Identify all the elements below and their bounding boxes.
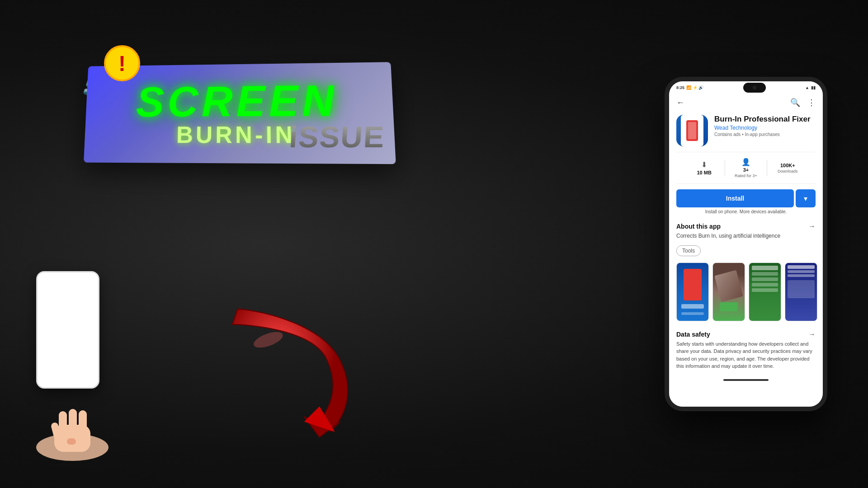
install-dropdown-button[interactable]: ▾: [796, 189, 816, 207]
camera-notch: [743, 83, 766, 93]
more-menu-icon[interactable]: ⋮: [807, 98, 816, 108]
screenshot-2[interactable]: [712, 263, 745, 321]
install-btn-row: Install ▾: [676, 189, 816, 207]
install-note: Install on phone. More devices available…: [676, 209, 816, 214]
phone-hand: [27, 271, 118, 461]
nav-bar: ← 🔍 ⋮: [669, 94, 823, 111]
screenshots-row: [669, 259, 823, 325]
data-safety-description: Safety starts with understanding how dev…: [676, 340, 816, 370]
phone-hand-area: [27, 271, 118, 461]
tools-tag[interactable]: Tools: [676, 245, 701, 256]
data-safety-arrow-icon[interactable]: →: [808, 330, 816, 338]
downloads-label: Downloads: [778, 169, 798, 174]
stats-row: ⬇ 10 MB 👤 3+ Rated for 3+ 100K+ Download…: [676, 152, 816, 184]
camera-dot: [753, 86, 756, 89]
about-description: Corrects Burn In, using artificial intel…: [676, 232, 816, 240]
red-arrow-icon: [217, 298, 371, 443]
warning-icon: !: [118, 51, 126, 76]
wifi-icon: ▲: [805, 85, 809, 90]
issue-text: iSSUE: [288, 120, 386, 155]
signal-icons: 📶 ⚡ 🔊: [686, 85, 703, 90]
nav-icons-right: 🔍 ⋮: [790, 98, 816, 108]
phone-frame: 8:25 📶 ⚡ 🔊 ▲ ▮▮ ← 🔍 ⋮: [665, 77, 827, 411]
app-name: Burn-In Professional Fixer: [714, 115, 816, 124]
install-button[interactable]: Install: [676, 189, 794, 207]
about-section-header: About this app →: [676, 222, 816, 230]
svg-rect-5: [69, 409, 77, 434]
install-area: Install ▾ Install on phone. More devices…: [669, 184, 823, 217]
tags-row: Tools: [669, 243, 823, 259]
svg-rect-4: [59, 411, 67, 434]
hand-icon: [27, 371, 118, 461]
downloads-value: 100K+: [780, 163, 795, 168]
red-arrow-container: [217, 298, 371, 443]
rating-icon: 👤: [741, 158, 750, 166]
banner-container: SCREEN BURN-IN iSSUE: [81, 63, 398, 181]
status-bar: 8:25 📶 ⚡ 🔊 ▲ ▮▮: [669, 81, 823, 94]
about-section: About this app → Corrects Burn In, using…: [669, 217, 823, 243]
stat-rating: 👤 3+ Rated for 3+: [725, 156, 766, 180]
warning-circle: !: [104, 45, 140, 81]
app-meta: Contains ads • In-app purchases: [714, 132, 816, 137]
svg-rect-8: [67, 438, 76, 445]
time-display: 8:25: [676, 85, 684, 90]
stat-size: ⬇ 10 MB: [684, 159, 725, 177]
svg-point-1: [252, 329, 285, 351]
battery-icon: ▮▮: [811, 85, 816, 90]
back-button[interactable]: ←: [676, 98, 684, 108]
rating-label: Rated for 3+: [735, 174, 757, 178]
download-size-icon: ⬇: [701, 160, 707, 169]
data-safety-section: Data safety → Safety starts with underst…: [669, 325, 823, 375]
size-value: 10 MB: [697, 170, 711, 175]
app-info: Burn-In Professional Fixer Wead Technolo…: [714, 115, 816, 137]
app-header: Burn-In Professional Fixer Wead Technolo…: [669, 111, 823, 152]
screenshot-1[interactable]: [676, 263, 709, 321]
data-safety-title[interactable]: Data safety: [676, 331, 710, 338]
search-icon[interactable]: 🔍: [790, 98, 800, 108]
app-icon: [676, 115, 708, 146]
screenshot-4[interactable]: [785, 263, 817, 321]
data-safety-header: Data safety →: [676, 330, 816, 338]
left-content-area: ! 🔨 SCREEN BURN-IN iSSUE: [0, 0, 434, 488]
phone-mockup: 8:25 📶 ⚡ 🔊 ▲ ▮▮ ← 🔍 ⋮: [660, 9, 832, 479]
status-right: ▲ ▮▮: [805, 85, 816, 90]
stat-downloads: 100K+ Downloads: [767, 161, 808, 175]
rating-value: 3+: [743, 167, 749, 173]
screenshot-3[interactable]: [749, 263, 781, 321]
status-left: 8:25 📶 ⚡ 🔊: [676, 85, 703, 90]
app-developer[interactable]: Wead Technology: [714, 125, 816, 131]
burnin-text: BURN-IN: [176, 123, 295, 147]
about-title[interactable]: About this app: [676, 223, 721, 230]
play-store-content: ← 🔍 ⋮ B: [669, 94, 823, 407]
phone-inner: 8:25 📶 ⚡ 🔊 ▲ ▮▮ ← 🔍 ⋮: [669, 81, 823, 407]
scroll-indicator: [669, 375, 823, 385]
screen-text: SCREEN: [136, 79, 339, 123]
about-arrow-icon[interactable]: →: [808, 222, 816, 230]
scroll-bar: [723, 379, 769, 381]
svg-rect-6: [79, 410, 87, 434]
